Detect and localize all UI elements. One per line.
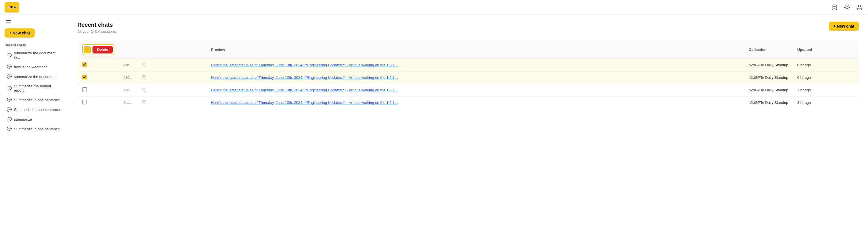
- table-header-preview: Preview: [207, 41, 744, 59]
- sidebar-item-6[interactable]: 💬 summarize: [2, 115, 66, 124]
- sidebar-item-label-4: Summarize in one sentence: [14, 98, 60, 102]
- row-preview-cell-0: Here's the latest status as of Thursday,…: [207, 59, 744, 71]
- user-icon[interactable]: [856, 3, 863, 11]
- delete-button[interactable]: Delete: [92, 46, 113, 54]
- row-updated-cell-3: 8 hr ago: [793, 96, 859, 109]
- menu-icon[interactable]: [5, 18, 12, 26]
- sidebar-item-7[interactable]: 💬 Summarize in one sentence: [2, 124, 66, 133]
- recent-chats-title: Recent chats: [0, 41, 68, 48]
- table-header-collection: Collection: [744, 41, 793, 59]
- row-id-cell-3: 2ea...: [119, 96, 207, 109]
- svg-point-1: [845, 6, 848, 8]
- copy-icon-2[interactable]: [142, 88, 146, 93]
- sidebar-item-label-3: Summarize the annual report: [14, 84, 61, 93]
- row-checkbox-cell-0: [78, 59, 119, 71]
- row-preview-cell-1: Here's the latest status as of Thursday,…: [207, 71, 744, 84]
- row-id-3: 2ea...: [124, 101, 141, 105]
- row-checkbox-cell-3: [78, 96, 119, 109]
- main-content-area: Recent chats All your Q & A sessions. + …: [68, 0, 868, 235]
- row-preview-link-0[interactable]: Here's the latest status as of Thursday,…: [211, 63, 398, 67]
- new-chat-button-main[interactable]: + New chat: [829, 22, 859, 31]
- chat-icon-5: 💬: [7, 107, 12, 112]
- table-header-row: − Delete Preview Collection Updated: [78, 41, 859, 59]
- chat-icon-4: 💬: [7, 98, 12, 102]
- svg-rect-13: [144, 89, 146, 91]
- svg-point-0: [832, 5, 837, 6]
- row-updated-cell-1: 6 hr ago: [793, 71, 859, 84]
- svg-rect-14: [144, 102, 146, 104]
- sidebar-item-1[interactable]: 💬 how is the weather?: [2, 62, 66, 71]
- row-checkbox-1[interactable]: [82, 75, 87, 79]
- svg-rect-11: [144, 64, 146, 66]
- deselect-all-button[interactable]: −: [84, 46, 91, 53]
- row-preview-cell-2: Here's the latest status as of Thursday,…: [207, 84, 744, 96]
- sidebar-item-5[interactable]: 💬 Summarize in one sentence: [2, 105, 66, 114]
- sidebar-item-label-2: summarize the document: [14, 74, 56, 79]
- row-id-2: c2c...: [124, 88, 141, 92]
- chat-icon-2: 💬: [7, 74, 12, 79]
- sidebar-item-label-0: summarize the document in...: [14, 51, 61, 60]
- sidebar-top: + New chat: [0, 15, 68, 41]
- logo: H2O.ai: [5, 2, 19, 12]
- table-header-checkbox-col: − Delete: [78, 41, 119, 59]
- sidebar-items: 💬 summarize the document in... 💬 how is …: [0, 48, 68, 134]
- sidebar-item-0[interactable]: 💬 summarize the document in...: [2, 49, 66, 62]
- header-icons: [831, 3, 863, 11]
- page-header-text: Recent chats All your Q & A sessions.: [78, 22, 117, 34]
- sidebar-item-3[interactable]: 💬 Summarize the annual report: [2, 82, 66, 95]
- table-header-id: [119, 41, 207, 59]
- row-id-cell-0: 4cb...: [119, 59, 207, 71]
- sidebar-item-label-1: how is the weather?: [14, 65, 47, 69]
- svg-point-10: [858, 5, 860, 7]
- sidebar-item-label-5: Summarize in one sentence: [14, 107, 60, 112]
- page-subtitle: All your Q & A sessions.: [78, 29, 117, 34]
- row-collection-cell-1: h2oGPTe Daily Standup: [744, 71, 793, 84]
- table-row: c2c... Here's the latest status as of Th…: [78, 84, 859, 96]
- chat-icon-0: 💬: [7, 53, 12, 58]
- row-id-cell-2: c2c...: [119, 84, 207, 96]
- chat-icon-3: 💬: [7, 86, 12, 91]
- delete-area: − Delete: [82, 44, 115, 55]
- table-header-updated: Updated: [793, 41, 859, 59]
- chats-table: − Delete Preview Collection Updated: [78, 40, 859, 109]
- row-preview-link-1[interactable]: Here's the latest status as of Thursday,…: [211, 75, 398, 80]
- row-preview-link-2[interactable]: Here's the latest status as of Thursday,…: [211, 88, 398, 92]
- table-row: 086... Here's the latest status as of Th…: [78, 71, 859, 84]
- chat-icon-1: 💬: [7, 65, 12, 69]
- page-title: Recent chats: [78, 22, 117, 28]
- copy-icon-0[interactable]: [142, 63, 146, 67]
- copy-icon-1[interactable]: [142, 75, 146, 80]
- row-checkbox-cell-2: [78, 84, 119, 96]
- main-content: Recent chats All your Q & A sessions. + …: [68, 15, 868, 235]
- chat-icon-7: 💬: [7, 127, 12, 131]
- row-checkbox-0[interactable]: [82, 62, 87, 67]
- row-collection-cell-2: h2oGPTe Daily Standup: [744, 84, 793, 96]
- row-checkbox-2[interactable]: [82, 87, 87, 92]
- page-header: Recent chats All your Q & A sessions. + …: [78, 22, 859, 34]
- row-id-cell-1: 086...: [119, 71, 207, 84]
- table-row: 2ea... Here's the latest status as of Th…: [78, 96, 859, 109]
- row-updated-cell-0: 6 hr ago: [793, 59, 859, 71]
- svg-rect-12: [144, 76, 146, 79]
- copy-icon-3[interactable]: [142, 100, 146, 105]
- sidebar-item-label-7: Summarize in one sentence: [14, 127, 60, 131]
- sidebar: + New chat Recent chats 💬 summarize the …: [0, 0, 68, 235]
- top-header: H2O.ai: [0, 0, 868, 15]
- row-checkbox-3[interactable]: [82, 100, 87, 104]
- row-id-1: 086...: [124, 76, 141, 80]
- row-preview-cell-3: Here's the latest status as of Thursday,…: [207, 96, 744, 109]
- sun-icon[interactable]: [843, 3, 851, 11]
- row-updated-cell-2: 7 hr ago: [793, 84, 859, 96]
- row-checkbox-cell-1: [78, 71, 119, 84]
- inbox-icon[interactable]: [831, 3, 838, 11]
- row-id-0: 4cb...: [124, 63, 141, 67]
- row-collection-cell-3: h2oGPTe Daily Standup: [744, 96, 793, 109]
- row-collection-cell-0: h2oGPTe Daily Standup: [744, 59, 793, 71]
- table-row: 4cb... Here's the latest status as of Th…: [78, 59, 859, 71]
- sidebar-item-label-6: summarize: [14, 117, 32, 122]
- new-chat-button-sidebar[interactable]: + New chat: [5, 29, 35, 38]
- sidebar-item-2[interactable]: 💬 summarize the document: [2, 72, 66, 81]
- sidebar-item-4[interactable]: 💬 Summarize in one sentence: [2, 95, 66, 104]
- chat-icon-6: 💬: [7, 117, 12, 122]
- row-preview-link-3[interactable]: Here's the latest status as of Thursday,…: [211, 100, 398, 105]
